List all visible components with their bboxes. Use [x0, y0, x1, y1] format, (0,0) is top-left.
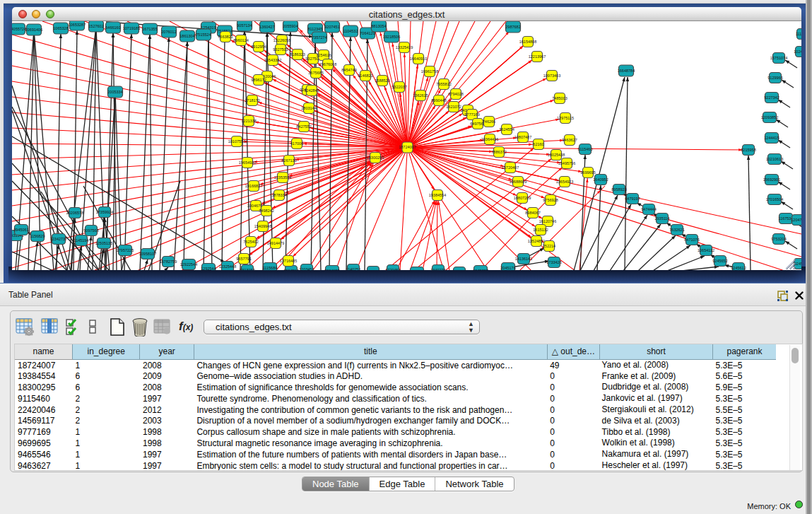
svg-text:9115460: 9115460 [577, 147, 592, 151]
svg-text:10654112: 10654112 [698, 248, 714, 252]
svg-text:20364436: 20364436 [481, 137, 498, 141]
svg-text:12213967: 12213967 [529, 54, 546, 59]
svg-text:1045327: 1045327 [473, 269, 488, 270]
svg-text:1640952: 1640952 [593, 177, 608, 182]
svg-text:8471076: 8471076 [684, 238, 699, 242]
svg-text:8990448: 8990448 [431, 98, 446, 103]
svg-text:9207451: 9207451 [324, 25, 339, 29]
svg-text:10107553: 10107553 [228, 139, 245, 144]
svg-text:17016504: 17016504 [766, 197, 783, 201]
svg-text:13226058: 13226058 [273, 38, 290, 42]
svg-text:9313154: 9313154 [240, 268, 254, 270]
svg-text:8454749: 8454749 [341, 68, 356, 72]
svg-text:17957225: 17957225 [117, 248, 134, 252]
svg-text:6466160: 6466160 [105, 25, 120, 30]
svg-text:1254616: 1254616 [316, 53, 331, 57]
svg-text:15495756: 15495756 [558, 161, 575, 165]
svg-text:9753204: 9753204 [771, 237, 786, 241]
svg-text:9474444: 9474444 [641, 207, 656, 211]
svg-text:2935114: 2935114 [654, 216, 669, 221]
svg-text:19218506: 19218506 [383, 35, 400, 39]
svg-text:16782759: 16782759 [160, 259, 177, 264]
svg-text:9756928: 9756928 [543, 198, 558, 202]
svg-text:62160: 62160 [533, 142, 543, 146]
svg-text:16154808: 16154808 [519, 40, 536, 44]
svg-text:746266: 746266 [483, 119, 495, 124]
svg-text:8267130: 8267130 [281, 158, 296, 163]
svg-text:15751074: 15751074 [770, 56, 787, 60]
svg-text:13716485: 13716485 [280, 259, 297, 263]
svg-text:2045103: 2045103 [365, 269, 380, 270]
svg-text:1362615: 1362615 [413, 93, 428, 98]
svg-text:1140251: 1140251 [346, 267, 360, 270]
svg-text:1360427: 1360427 [259, 25, 274, 29]
svg-text:9699695: 9699695 [580, 170, 595, 175]
svg-text:252214: 252214 [543, 244, 555, 248]
svg-text:12353594: 12353594 [274, 175, 291, 180]
svg-text:1340276: 1340276 [430, 268, 445, 270]
svg-text:2718170: 2718170 [245, 98, 259, 103]
svg-text:16543382: 16543382 [264, 58, 281, 62]
svg-text:8427552: 8427552 [296, 124, 311, 129]
svg-text:7515524: 7515524 [196, 33, 211, 37]
svg-text:9463627: 9463627 [562, 138, 577, 142]
svg-text:19384554: 19384554 [429, 193, 446, 197]
svg-text:13325419: 13325419 [396, 45, 413, 49]
svg-text:9896172: 9896172 [251, 78, 266, 82]
svg-text:9097568: 9097568 [83, 228, 98, 233]
svg-text:7485003: 7485003 [552, 96, 567, 100]
svg-text:12325448: 12325448 [219, 264, 236, 269]
svg-text:2076012: 2076012 [161, 30, 176, 34]
svg-text:1221338: 1221338 [241, 119, 256, 123]
svg-text:7632621: 7632621 [669, 228, 684, 232]
svg-text:1104532: 1104532 [343, 29, 358, 33]
svg-text:1733426: 1733426 [546, 260, 561, 264]
svg-text:8112345: 8112345 [307, 27, 322, 31]
svg-text:12975115: 12975115 [557, 116, 574, 120]
svg-text:16961758: 16961758 [421, 69, 438, 74]
svg-text:9204155: 9204155 [324, 269, 339, 270]
svg-text:19654932: 19654932 [239, 160, 256, 165]
svg-text:1621072: 1621072 [446, 105, 461, 109]
svg-text:2055904: 2055904 [283, 24, 298, 28]
svg-text:3878334: 3878334 [271, 193, 286, 197]
svg-text:3498242: 3498242 [259, 209, 273, 213]
svg-text:14136141: 14136141 [515, 257, 532, 261]
svg-text:1115684: 1115684 [263, 266, 278, 270]
svg-text:10807487: 10807487 [514, 135, 531, 139]
svg-text:10688609: 10688609 [510, 180, 526, 184]
svg-text:8813054: 8813054 [371, 24, 386, 28]
svg-text:3945061: 3945061 [13, 228, 28, 232]
svg-text:9245612: 9245612 [731, 266, 746, 270]
svg-text:2803144: 2803144 [301, 106, 316, 110]
svg-text:9327503: 9327503 [273, 47, 288, 52]
svg-text:1065328: 1065328 [53, 26, 68, 30]
svg-text:7663822: 7663822 [218, 35, 233, 39]
svg-text:19166827: 19166827 [245, 184, 262, 188]
svg-text:1112045: 1112045 [796, 32, 801, 36]
svg-text:1527602: 1527602 [88, 24, 103, 28]
svg-text:18724007: 18724007 [399, 145, 416, 149]
svg-text:15720407: 15720407 [502, 165, 519, 170]
svg-text:16648784: 16648784 [618, 69, 635, 73]
svg-text:10973403: 10973403 [543, 74, 560, 78]
svg-text:3624554: 3624554 [499, 127, 514, 132]
svg-text:1720453: 1720453 [385, 268, 400, 270]
svg-text:10719185: 10719185 [123, 26, 140, 30]
svg-text:9657791: 9657791 [236, 257, 251, 261]
svg-text:10958107: 10958107 [139, 252, 156, 256]
svg-text:10025438: 10025438 [548, 153, 565, 157]
svg-text:8984067: 8984067 [525, 211, 540, 215]
svg-text:9057134: 9057134 [237, 23, 252, 28]
svg-text:7955812: 7955812 [436, 82, 451, 86]
svg-text:12505135: 12505135 [95, 241, 112, 245]
svg-text:8960124: 8960124 [233, 38, 248, 42]
svg-text:1244415: 1244415 [764, 136, 779, 140]
svg-text:14914479: 14914479 [267, 241, 284, 245]
svg-text:6794028: 6794028 [448, 92, 463, 96]
svg-text:1024517: 1024517 [794, 49, 801, 54]
svg-text:1203451: 1203451 [299, 267, 314, 270]
svg-text:2987682: 2987682 [505, 25, 520, 29]
svg-text:1204765: 1204765 [791, 218, 801, 222]
svg-text:7886372: 7886372 [491, 150, 506, 154]
